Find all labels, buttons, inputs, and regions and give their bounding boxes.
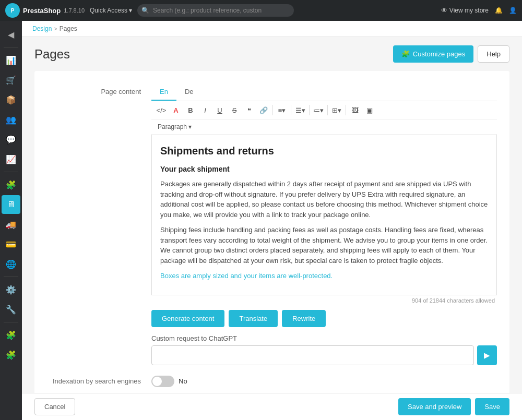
toolbar-align-btn[interactable]: ≡▾	[275, 103, 289, 117]
editor-para3: Boxes are amply sized and your items are…	[160, 271, 488, 281]
toolbar-paragraph-dropdown[interactable]: Paragraph ▾	[155, 122, 195, 132]
chatgpt-input[interactable]	[151, 345, 474, 365]
sidebar-item-addon1[interactable]: 🧩	[2, 326, 20, 344]
sidebar-item-advanced[interactable]: 🔧	[2, 300, 20, 319]
save-button[interactable]: Save	[475, 398, 509, 415]
indexation-status: No	[179, 377, 187, 385]
page-header: Pages 🧩 Customize pages Help	[22, 37, 522, 71]
indexation-toggle-wrap: No	[151, 376, 187, 387]
toolbar-code-btn[interactable]: </>	[155, 103, 168, 117]
editor-toolbar-row1: </> A B I U S ❝ 🔗 ≡▾ ☰▾	[151, 101, 497, 119]
editor-heading: Shipments and returns	[160, 143, 488, 159]
sidebar-item-payments[interactable]: 💳	[2, 235, 20, 254]
tab-de[interactable]: De	[176, 83, 202, 101]
sidebar: ◀ 📊 🛒 📦 👥 💬 📈 🧩 🖥 🚚 💳 🌐 ⚙️ 🔧 🧩 🧩	[0, 21, 22, 420]
sidebar-item-orders[interactable]: 🛒	[2, 70, 20, 89]
sidebar-item-chevron[interactable]: ◀	[2, 25, 20, 44]
indexation-slider	[151, 376, 174, 387]
sidebar-divider-1	[4, 47, 18, 47]
editor-para2: Shipping fees include handling and packi…	[160, 225, 488, 266]
search-input[interactable]	[137, 4, 294, 17]
editor-container: En De </> A B I U S ❝ 🔗	[151, 83, 497, 365]
toolbar-image-btn[interactable]: 🖼	[348, 103, 362, 117]
breadcrumb-separator: >	[54, 26, 57, 32]
chatgpt-label: Custom request to ChatGPT	[151, 334, 497, 342]
logo-text: PrestaShop	[23, 7, 61, 15]
header-buttons: 🧩 Customize pages Help	[393, 45, 509, 63]
toolbar-strikethrough-btn[interactable]: S	[228, 103, 241, 117]
chatgpt-send-button[interactable]: ▶	[477, 345, 497, 365]
toolbar-italic-btn[interactable]: I	[198, 103, 212, 117]
toolbar-ordered-list-btn[interactable]: ≔▾	[312, 103, 325, 117]
breadcrumb-current: Pages	[60, 25, 77, 32]
eye-icon: 👁	[441, 7, 447, 14]
breadcrumb: Design > Pages	[22, 21, 522, 37]
ai-buttons-row: Generate content Translate Rewrite	[151, 310, 497, 327]
toolbar-media-btn[interactable]: ▣	[363, 103, 376, 117]
sidebar-item-settings[interactable]: ⚙️	[2, 280, 20, 299]
editor-content-area[interactable]: Shipments and returns Your pack shipment…	[151, 135, 497, 295]
search-icon: 🔍	[141, 7, 149, 14]
sidebar-item-addon2[interactable]: 🧩	[2, 345, 20, 364]
puzzle-icon: 🧩	[401, 50, 410, 58]
generate-content-button[interactable]: Generate content	[151, 310, 224, 327]
bell-icon[interactable]: 🔔	[495, 7, 503, 14]
customize-pages-button[interactable]: 🧩 Customize pages	[393, 45, 473, 63]
language-tabs: En De	[151, 83, 497, 101]
quick-access-menu[interactable]: Quick Access ▾	[90, 7, 132, 14]
page-title: Pages	[34, 47, 70, 62]
paragraph-chevron-icon: ▾	[188, 123, 192, 130]
breadcrumb-design[interactable]: Design	[32, 25, 52, 32]
save-and-preview-button[interactable]: Save and preview	[398, 398, 471, 415]
indexation-row: Indexation by search engines No	[47, 376, 497, 387]
sidebar-item-design[interactable]: 🖥	[2, 195, 20, 214]
sidebar-item-shipping[interactable]: 🚚	[2, 215, 20, 234]
svg-text:P: P	[11, 8, 15, 14]
toolbar-sep-5	[346, 105, 346, 115]
toolbar-bold-btn[interactable]: B	[184, 103, 197, 117]
prestashop-logo: P	[5, 3, 20, 18]
toolbar-list-btn[interactable]: ☰▾	[293, 103, 307, 117]
sidebar-item-dashboard[interactable]: 📊	[2, 51, 20, 69]
toolbar-link-btn[interactable]: 🔗	[257, 103, 270, 117]
chatgpt-input-row: ▶	[151, 345, 497, 365]
tab-en[interactable]: En	[151, 83, 176, 101]
view-store-button[interactable]: 👁 View my store	[441, 7, 489, 14]
toolbar-sep-3	[309, 105, 310, 115]
indexation-label: Indexation by search engines	[47, 377, 151, 385]
send-icon: ▶	[484, 351, 490, 360]
page-content-label: Page content	[47, 83, 151, 365]
nav-right: 👁 View my store 🔔 👤	[441, 7, 517, 14]
editor-subheading: Your pack shipment	[160, 164, 488, 175]
page-footer: Cancel Save and preview Save	[22, 393, 522, 420]
char-count: 904 of 21844 characters allowed	[151, 297, 497, 304]
sidebar-item-customers[interactable]: 👥	[2, 110, 20, 129]
main-content: Design > Pages Pages 🧩 Customize pages H…	[22, 21, 522, 420]
help-button[interactable]: Help	[478, 45, 509, 63]
toolbar-blockquote-btn[interactable]: ❝	[242, 103, 256, 117]
toolbar-table-btn[interactable]: ⊞▾	[330, 103, 343, 117]
rewrite-button[interactable]: Rewrite	[282, 310, 326, 327]
toolbar-text-color-btn[interactable]: A	[169, 103, 183, 117]
top-navigation: P PrestaShop 1.7.8.10 Quick Access ▾ 🔍 👁…	[0, 0, 522, 21]
toolbar-underline-btn[interactable]: U	[213, 103, 227, 117]
sidebar-item-stats[interactable]: 📈	[2, 150, 20, 169]
chevron-down-icon: ▾	[129, 7, 132, 14]
translate-button[interactable]: Translate	[229, 310, 278, 327]
toolbar-sep-4	[327, 105, 328, 115]
cancel-button[interactable]: Cancel	[34, 398, 75, 415]
sidebar-item-messages[interactable]: 💬	[2, 130, 20, 149]
sidebar-item-modules[interactable]: 🧩	[2, 175, 20, 194]
search-bar: 🔍	[137, 4, 294, 17]
main-layout: ◀ 📊 🛒 📦 👥 💬 📈 🧩 🖥 🚚 💳 🌐 ⚙️ 🔧 🧩 🧩 Design …	[0, 21, 522, 420]
editor-toolbar-row2: Paragraph ▾	[151, 119, 497, 135]
toolbar-sep-1	[272, 105, 273, 115]
sidebar-divider-4	[4, 322, 18, 322]
sidebar-item-international[interactable]: 🌐	[2, 255, 20, 273]
sidebar-divider-2	[4, 172, 18, 172]
sidebar-item-catalog[interactable]: 📦	[2, 90, 20, 109]
editor-para1: Packages are generally dispatched within…	[160, 179, 488, 220]
page-content-row: Page content En De </> A B I	[47, 83, 497, 365]
user-icon[interactable]: 👤	[509, 7, 517, 14]
indexation-toggle[interactable]	[151, 376, 174, 387]
